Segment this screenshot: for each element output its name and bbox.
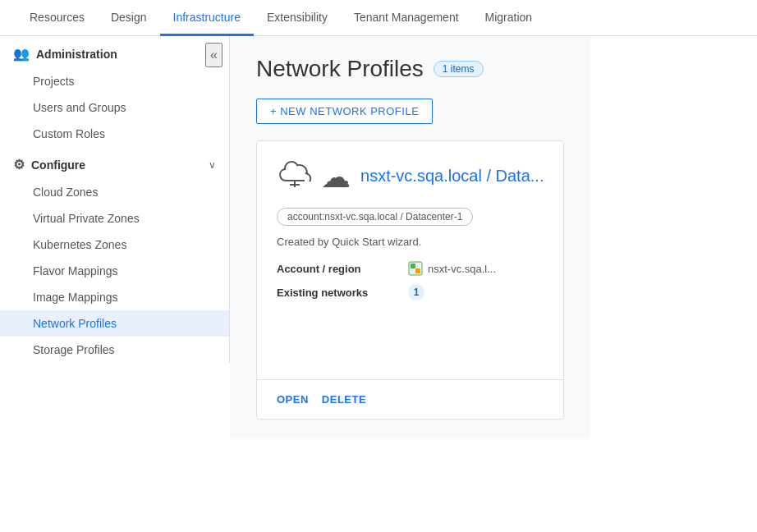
field-account-region-label: Account / region [277,263,408,275]
sidebar-section-configure-header[interactable]: ⚙ Configure ∨ [0,147,229,179]
field-account-region-value: nsxt-vc.sqa.l... [408,261,496,276]
sidebar-item-custom-roles[interactable]: Custom Roles [0,121,229,147]
sidebar-item-storage-profiles[interactable]: Storage Profiles [0,337,229,363]
nav-migration[interactable]: Migration [472,1,546,36]
top-nav: Resources Design Infrastructure Extensib… [0,0,757,36]
delete-button[interactable]: DELETE [322,390,366,409]
main-content: Network Profiles 1 items + NEW NETWORK P… [230,36,590,532]
sidebar-section-administration: 👥 Administration ∨ Projects Users and Gr… [0,36,229,147]
sidebar-item-cloud-zones[interactable]: Cloud Zones [0,179,229,205]
configure-items: Cloud Zones Virtual Private Zones Kubern… [0,179,229,363]
nav-infrastructure[interactable]: Infrastructure [160,1,254,36]
card-fields: Account / region nsxt-vc.sqa.l... [277,261,544,300]
cloud-icon: ☁ [277,158,351,195]
open-button[interactable]: OPEN [277,390,309,409]
new-network-profile-button[interactable]: + NEW NETWORK PROFILE [256,99,433,124]
nav-extensibility[interactable]: Extensibility [254,1,341,36]
card-tag: account:nsxt-vc.sqa.local / Datacenter-1 [277,208,473,226]
configure-label: Configure [31,158,85,172]
sidebar-item-kubernetes-zones[interactable]: Kubernetes Zones [0,232,229,258]
svg-rect-4 [415,268,420,273]
nav-resources[interactable]: Resources [16,1,98,36]
sidebar-section-configure: ⚙ Configure ∨ Cloud Zones Virtual Privat… [0,147,229,363]
sidebar-item-projects[interactable]: Projects [0,68,229,94]
field-existing-networks: Existing networks 1 [277,284,544,300]
nav-design[interactable]: Design [98,1,160,36]
network-profile-card: ☁ nsxt-vc.sqa.local / Data... account:ns… [256,140,564,420]
card-actions: OPEN DELETE [277,380,544,419]
field-account-region: Account / region nsxt-vc.sqa.l... [277,261,544,276]
sidebar-item-users-groups[interactable]: Users and Groups [0,94,229,121]
sidebar-item-image-mappings[interactable]: Image Mappings [0,284,229,310]
svg-rect-3 [411,264,415,268]
card-description: Created by Quick Start wizard. [277,236,544,248]
card-title[interactable]: nsxt-vc.sqa.local / Data... [360,167,544,186]
configure-icon: ⚙ [13,157,25,172]
field-existing-networks-value: 1 [408,284,424,300]
sidebar-item-network-profiles[interactable]: Network Profiles [0,310,229,337]
vsphere-icon [408,261,423,276]
sidebar-section-administration-header[interactable]: 👥 Administration ∨ [0,36,229,68]
nav-tenant-management[interactable]: Tenant Management [341,1,472,36]
administration-label: Administration [36,48,117,61]
page-title: Network Profiles [256,56,424,82]
card-header: ☁ nsxt-vc.sqa.local / Data... [277,158,544,195]
items-badge: 1 items [434,61,484,77]
sidebar-item-flavor-mappings[interactable]: Flavor Mappings [0,258,229,284]
page-header: Network Profiles 1 items [256,56,564,82]
sidebar-item-virtual-private-zones[interactable]: Virtual Private Zones [0,205,229,232]
sidebar-collapse-button[interactable]: « [205,43,223,67]
configure-chevron-icon: ∨ [209,159,216,171]
sidebar: « 👥 Administration ∨ Projects Users and … [0,36,230,532]
administration-icon: 👥 [13,46,30,62]
field-existing-networks-label: Existing networks [277,287,408,299]
administration-items: Projects Users and Groups Custom Roles [0,68,229,147]
networks-count-badge: 1 [408,284,424,300]
